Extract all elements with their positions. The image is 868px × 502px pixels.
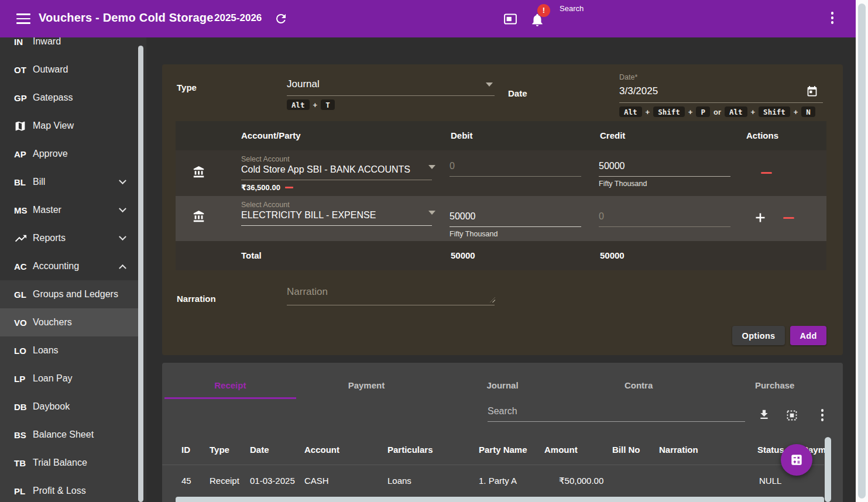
total-credit: 50000 xyxy=(600,250,625,260)
narration-textarea[interactable] xyxy=(287,283,495,305)
column-header: Actions xyxy=(746,130,778,140)
remove-row-icon[interactable] xyxy=(761,172,772,174)
sidebar-item-abbr: GL xyxy=(14,290,33,300)
add-button[interactable]: Add xyxy=(790,326,826,345)
calendar-icon[interactable] xyxy=(806,85,818,100)
refresh-icon[interactable] xyxy=(274,12,288,26)
account-select[interactable]: Cold Store App SBI - BANK ACCOUNTS xyxy=(241,163,432,180)
sidebar-item-label: Outward xyxy=(33,64,130,75)
shortcut-separator: + xyxy=(313,101,318,109)
options-button[interactable]: Options xyxy=(732,326,785,345)
add-row-icon[interactable] xyxy=(754,211,767,226)
select-all-icon[interactable] xyxy=(786,410,798,424)
sidebar-item-label: Map View xyxy=(33,121,130,131)
sidebar-item-vouchers[interactable]: VO Vouchers xyxy=(0,308,138,336)
sidebar-item-groups-and-ledgers[interactable]: GL Groups and Ledgers xyxy=(0,280,138,308)
sidebar-item-abbr: PL xyxy=(14,486,33,496)
page-scrollbar[interactable] xyxy=(856,0,868,502)
shortcut-key: P xyxy=(696,106,710,117)
sidebar-scrollbar[interactable] xyxy=(138,46,143,502)
calculator-fab-button[interactable] xyxy=(781,444,812,476)
tab-journal[interactable]: Journal xyxy=(434,372,571,399)
sidebar-item-loan-pay[interactable]: LP Loan Pay xyxy=(0,365,138,393)
column-header: Credit xyxy=(600,130,625,140)
chevron-down-icon xyxy=(119,177,126,184)
accounting-submenu: GL Groups and Ledgers VO Vouchers LO Loa… xyxy=(0,280,138,502)
list-horizontal-scrollbar[interactable] xyxy=(176,497,824,502)
bank-icon xyxy=(193,210,205,225)
narration-field xyxy=(287,283,495,308)
sidebar-item-abbr: OT xyxy=(14,65,33,75)
negative-balance-icon xyxy=(285,187,293,188)
credit-input[interactable]: 50000 xyxy=(599,160,730,177)
page-scrollbar-thumb[interactable] xyxy=(858,4,866,498)
fiscal-year-selector[interactable]: 2025-2026 xyxy=(214,12,262,24)
remove-row-icon[interactable] xyxy=(783,217,794,219)
sidebar-item-abbr: AP xyxy=(14,149,33,159)
sidebar-item-label: Loan Pay xyxy=(33,373,130,384)
column-header: Narration xyxy=(659,445,698,455)
tab-receipt[interactable]: Receipt xyxy=(162,372,299,399)
sidebar-item-abbr: LO xyxy=(14,346,33,356)
sidebar-item-master[interactable]: MS Master xyxy=(0,196,138,224)
chevron-down-icon xyxy=(119,205,126,212)
tab-purchase[interactable]: Purchase xyxy=(706,372,843,399)
voucher-date-field: Date* Alt + Shift + P or Alt + Shift + N xyxy=(619,73,823,117)
list-vertical-scrollbar[interactable] xyxy=(825,437,831,502)
tab-contra[interactable]: Contra xyxy=(571,372,707,399)
sidebar-item-inward[interactable]: IN Inward xyxy=(0,37,138,56)
tab-payment[interactable]: Payment xyxy=(299,372,435,399)
sidebar-item-abbr: DB xyxy=(14,402,33,412)
sidebar-item-gatepass[interactable]: GP Gatepass xyxy=(0,84,138,112)
search-link[interactable]: Search xyxy=(560,4,584,13)
card-panel-icon[interactable] xyxy=(504,13,517,27)
more-vert-icon[interactable] xyxy=(818,409,827,423)
column-header: Particulars xyxy=(387,445,433,455)
sidebar-item-label: Approve xyxy=(33,149,130,159)
table-row[interactable]: 45 Receipt 01-03-2025 CASH Loans 1. Part… xyxy=(162,466,824,495)
entry-row: Select Account Cold Store App SBI - BANK… xyxy=(176,150,826,196)
debit-input[interactable]: 50000 xyxy=(450,210,581,227)
account-select[interactable]: ELECTRICITY BILL - EXPENSE xyxy=(241,209,432,226)
sidebar-item-label: Loans xyxy=(33,345,130,356)
voucher-type-value[interactable]: Journal xyxy=(287,78,495,96)
shortcut-separator: + xyxy=(688,108,693,116)
select-account-label: Select Account xyxy=(241,201,432,209)
sidebar-item-daybook[interactable]: DB Daybook xyxy=(0,393,138,421)
sidebar-item-abbr: BL xyxy=(14,177,33,187)
voucher-type-text: Journal xyxy=(287,78,320,90)
entry-table-header: Account/Party Debit Credit Actions xyxy=(176,121,826,150)
sidebar-item-bill[interactable]: BL Bill xyxy=(0,168,138,196)
download-icon[interactable] xyxy=(758,408,770,423)
credit-input[interactable]: 0 xyxy=(599,210,730,227)
sidebar-item-approve[interactable]: AP Approve xyxy=(0,140,138,168)
sidebar-item-profit-and-loss[interactable]: PL Profit & Loss xyxy=(0,477,138,502)
sidebar-item-accounting[interactable]: AC Accounting xyxy=(0,252,138,280)
notification-badge: ! xyxy=(537,4,550,17)
amount-in-words: Fifty Thousand xyxy=(599,180,730,188)
sidebar-item-label: Accounting xyxy=(33,261,120,271)
sidebar-item-balance-sheet[interactable]: BS Balance Sheet xyxy=(0,421,138,449)
sidebar-item-map-view[interactable]: Map View xyxy=(0,112,138,140)
debit-input[interactable]: 0 xyxy=(450,160,581,177)
sidebar-item-loans[interactable]: LO Loans xyxy=(0,336,138,365)
sidebar-item-abbr: BS xyxy=(14,430,33,440)
sidebar-item-trial-balance[interactable]: TB Trial Balance xyxy=(0,449,138,477)
sidebar-item-abbr: GP xyxy=(14,93,33,103)
sidebar-item-outward[interactable]: OT Outward xyxy=(0,56,138,84)
cell-particulars: Loans xyxy=(387,476,411,486)
page-title: Vouchers - Demo Cold Storage xyxy=(39,11,214,25)
shortcut-separator: + xyxy=(646,108,650,116)
voucher-type-select[interactable]: Journal Alt + T xyxy=(287,78,495,110)
sidebar-item-label: Master xyxy=(33,205,120,215)
voucher-form-card: Type Journal Alt + T Date Date* Alt + Sh… xyxy=(162,64,843,355)
date-input[interactable] xyxy=(619,81,823,103)
map-icon xyxy=(14,120,33,132)
more-vert-icon[interactable] xyxy=(828,12,837,26)
narration-row-label: Narration xyxy=(177,294,216,304)
sidebar-item-reports[interactable]: Reports xyxy=(0,224,138,252)
search-input[interactable] xyxy=(488,404,745,422)
cell-party-name: 1. Party A xyxy=(479,476,517,486)
column-header: Account xyxy=(304,445,339,455)
hamburger-menu-icon[interactable] xyxy=(16,13,30,24)
